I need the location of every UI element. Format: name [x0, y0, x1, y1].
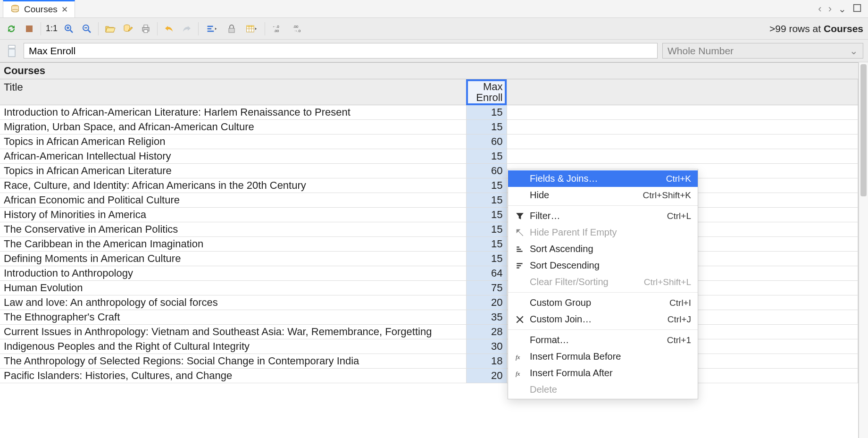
table-row[interactable]: Law and love: An anthropology of social …	[0, 295, 858, 310]
cell-title[interactable]: Human Evolution	[0, 281, 466, 295]
zoom-in-button[interactable]	[62, 22, 75, 35]
field-type-dropdown[interactable]: Whole Number ⌄	[662, 43, 863, 59]
cell-enroll[interactable]: 18	[466, 354, 507, 369]
cell-title[interactable]: African-American Intellectual History	[0, 149, 466, 164]
menu-item[interactable]: Sort Descending	[508, 257, 698, 274]
menu-item[interactable]: Fields & Joins…Ctrl+K	[508, 170, 698, 187]
field-name-input[interactable]	[24, 43, 658, 59]
print-button[interactable]	[139, 22, 152, 35]
cell-enroll[interactable]: 20	[466, 369, 507, 383]
table-row[interactable]: Indigenous Peoples and the Right of Cult…	[0, 339, 858, 354]
cell-title[interactable]: Law and love: An anthropology of social …	[0, 295, 466, 310]
cell-enroll[interactable]: 30	[466, 339, 507, 354]
menu-item[interactable]: HideCtrl+Shift+K	[508, 187, 698, 203]
table-row[interactable]: Topics in African American Literature60	[0, 164, 858, 178]
cell-title[interactable]: Current Issues in Anthropology: Vietnam …	[0, 325, 466, 339]
edit-data-button[interactable]	[121, 22, 134, 35]
table-row[interactable]: African Economic and Political Culture15	[0, 193, 858, 208]
table-row[interactable]: History of Minorities in America15	[0, 208, 858, 222]
scrollbar-thumb[interactable]	[860, 64, 867, 196]
menu-item[interactable]: Custom GroupCtrl+I	[508, 295, 698, 311]
cell-enroll[interactable]: 15	[466, 178, 507, 193]
cell-title[interactable]: Migration, Urban Space, and African-Amer…	[0, 120, 466, 135]
cell-title[interactable]: The Ethnographer's Craft	[0, 310, 466, 325]
nav-back-button[interactable]: ‹	[818, 3, 821, 15]
cell-title[interactable]: Indigenous Peoples and the Right of Cult…	[0, 339, 466, 354]
menu-item[interactable]: Sort Ascending	[508, 241, 698, 257]
lock-button[interactable]	[225, 22, 238, 35]
ratio-label[interactable]: 1:1	[46, 24, 58, 34]
table-row[interactable]: Current Issues in Anthropology: Vietnam …	[0, 325, 858, 339]
table-row[interactable]: The Anthropology of Selected Regions: So…	[0, 354, 858, 369]
table-row[interactable]: Human Evolution75	[0, 281, 858, 295]
column-header-enroll-label: MaxEnroll	[470, 81, 503, 103]
cell-enroll[interactable]: 15	[466, 149, 507, 164]
column-header-enroll[interactable]: MaxEnroll	[466, 79, 507, 105]
cell-title[interactable]: History of Minorities in America	[0, 208, 466, 222]
menu-item[interactable]: fxInsert Formula After	[508, 365, 698, 381]
cell-title[interactable]: Introduction to African-American Literat…	[0, 105, 466, 120]
cell-enroll[interactable]: 60	[466, 135, 507, 149]
table-row[interactable]: Race, Culture, and Identity: African Ame…	[0, 178, 858, 193]
table-row[interactable]: Defining Moments in American Culture15	[0, 252, 858, 266]
stop-button[interactable]	[23, 22, 36, 35]
increase-decimal-button[interactable]: .00→.0	[291, 22, 307, 35]
cell-enroll[interactable]: 15	[466, 105, 507, 120]
menu-item[interactable]: fxInsert Formula Before	[508, 348, 698, 365]
table-row[interactable]: Pacific Islanders: Histories, Cultures, …	[0, 369, 858, 383]
align-button[interactable]	[203, 22, 220, 35]
cell-title[interactable]: Race, Culture, and Identity: African Ame…	[0, 178, 466, 193]
cell-enroll[interactable]: 28	[466, 325, 507, 339]
cell-enroll[interactable]: 60	[466, 164, 507, 178]
cell-enroll[interactable]: 64	[466, 266, 507, 281]
cell-title[interactable]: Pacific Islanders: Histories, Cultures, …	[0, 369, 466, 383]
table-row[interactable]: The Conservative in American Politics15	[0, 222, 858, 237]
table-row[interactable]: Introduction to African-American Literat…	[0, 105, 858, 120]
cell-enroll[interactable]: 15	[466, 193, 507, 208]
menu-item[interactable]: Format…Ctrl+1	[508, 332, 698, 348]
menu-item[interactable]: Filter…Ctrl+L	[508, 208, 698, 224]
decrease-decimal-button[interactable]: ←.0.00	[270, 22, 286, 35]
tab-courses[interactable]: Courses ✕	[3, 0, 75, 17]
cell-enroll[interactable]: 15	[466, 120, 507, 135]
cell-title[interactable]: The Anthropology of Selected Regions: So…	[0, 354, 466, 369]
close-icon[interactable]: ✕	[61, 5, 68, 15]
vertical-scrollbar[interactable]	[859, 62, 868, 438]
cell-title[interactable]: Introduction to Anthropology	[0, 266, 466, 281]
cell-title[interactable]: Topics in African American Literature	[0, 164, 466, 178]
zoom-out-button[interactable]	[80, 22, 93, 35]
refresh-button[interactable]	[5, 22, 18, 35]
chevron-down-icon[interactable]: ⌄	[838, 3, 846, 15]
table-options-button[interactable]	[243, 22, 260, 35]
undo-button[interactable]	[162, 22, 175, 35]
open-button[interactable]	[103, 22, 117, 35]
table-row[interactable]: Topics in African American Religion60	[0, 135, 858, 149]
nav-forward-button[interactable]: ›	[828, 3, 832, 15]
svg-rect-35	[517, 267, 519, 268]
column-header-title[interactable]: Title	[0, 79, 466, 105]
cell-title[interactable]: Defining Moments in American Culture	[0, 252, 466, 266]
cell-enroll[interactable]: 15	[466, 208, 507, 222]
cell-title[interactable]: Topics in African American Religion	[0, 135, 466, 149]
table-row[interactable]: The Caribbean in the American Imaginatio…	[0, 237, 858, 252]
table-row[interactable]: African-American Intellectual History15	[0, 149, 858, 164]
cell-enroll[interactable]: 75	[466, 281, 507, 295]
cell-title[interactable]: The Conservative in American Politics	[0, 222, 466, 237]
cell-enroll[interactable]: 15	[466, 237, 507, 252]
svg-text:→.0: →.0	[294, 29, 301, 33]
cell-enroll[interactable]: 20	[466, 295, 507, 310]
redo-button[interactable]	[180, 22, 193, 35]
cell-title[interactable]: African Economic and Political Culture	[0, 193, 466, 208]
table-row[interactable]: Introduction to Anthropology64	[0, 266, 858, 281]
cell-enroll[interactable]: 15	[466, 222, 507, 237]
cell-enroll[interactable]: 35	[466, 310, 507, 325]
cell-enroll[interactable]: 15	[466, 252, 507, 266]
menu-item-label: Delete	[530, 384, 691, 395]
table-row[interactable]: The Ethnographer's Craft35	[0, 310, 858, 325]
table-row[interactable]: Migration, Urban Space, and African-Amer…	[0, 120, 858, 135]
cell-title[interactable]: The Caribbean in the American Imaginatio…	[0, 237, 466, 252]
column-icon[interactable]	[5, 43, 19, 59]
menu-item[interactable]: Custom Join…Ctrl+J	[508, 311, 698, 328]
maximize-icon[interactable]	[853, 3, 861, 15]
data-grid[interactable]: Courses Title MaxEnroll Introduction to …	[0, 62, 859, 438]
